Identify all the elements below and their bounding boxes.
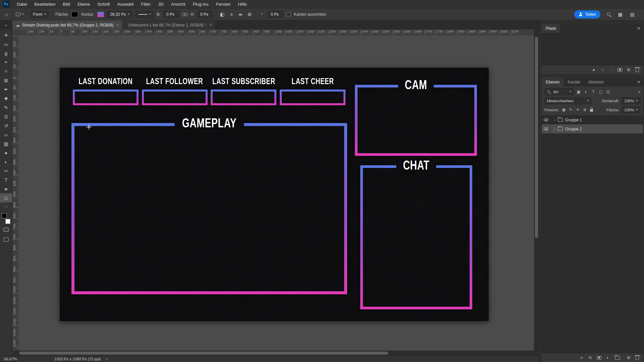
path-selection-tool[interactable]: ➤ xyxy=(0,184,12,193)
brush-tool[interactable]: ✎ xyxy=(0,103,12,112)
horizontal-scrollbar[interactable] xyxy=(12,351,539,355)
eyedropper-tool[interactable]: ✒ xyxy=(0,85,12,94)
panel-tab[interactable]: Aktionen xyxy=(584,77,608,86)
eraser-tool[interactable]: ▱ xyxy=(0,130,12,139)
home-icon[interactable]: ⌂ xyxy=(3,12,9,17)
vertical-scrollbar-thumb[interactable] xyxy=(535,37,538,238)
new-adjustment-layer-icon[interactable]: ◐ xyxy=(605,356,610,360)
panel-menu-icon[interactable]: ≡ xyxy=(634,77,643,86)
fill-opacity-select[interactable]: 100% ▾ xyxy=(622,106,640,113)
panel-menu-icon[interactable]: ≡ xyxy=(634,24,643,33)
collapse-toolbar-icon[interactable]: » xyxy=(0,20,12,29)
gradient-tool[interactable]: ▧ xyxy=(0,139,12,148)
panels-icon[interactable]: ▤ xyxy=(629,12,635,17)
close-icon[interactable]: × xyxy=(116,22,119,27)
layer-name[interactable]: Gruppe 2 xyxy=(565,127,582,131)
opacity-select[interactable]: 100% ▾ xyxy=(622,97,640,104)
filter-adjustment-layers-icon[interactable]: ◐ xyxy=(584,89,588,94)
screen-mode-icon[interactable] xyxy=(0,235,12,244)
add-mask-icon[interactable] xyxy=(618,68,622,72)
layer-filter-select[interactable]: Art ▾ xyxy=(544,88,574,95)
lock-position-icon[interactable]: ✛ xyxy=(576,108,580,112)
visibility-eye-icon[interactable] xyxy=(544,127,548,130)
link-width-height-icon[interactable] xyxy=(182,13,187,16)
new-path-icon[interactable]: ⊞ xyxy=(626,68,631,72)
document-tab[interactable]: ☁ Stream Overlay.psdc bei 66,7% (Gruppe … xyxy=(12,20,123,29)
new-group-icon[interactable] xyxy=(614,356,622,360)
healing-brush-tool[interactable]: ✚ xyxy=(0,94,12,103)
expand-chevron-icon[interactable]: › xyxy=(552,118,557,122)
menu-item[interactable]: Auswahl xyxy=(113,0,137,8)
stroke-width-field[interactable]: 26,32 Px ▾ xyxy=(107,11,132,18)
delete-layer-icon[interactable] xyxy=(635,355,640,360)
dodge-tool[interactable]: ◐ xyxy=(0,157,12,166)
shape-height-field[interactable]: 0 Px xyxy=(198,11,213,18)
filter-smart-objects-icon[interactable]: ⊡ xyxy=(606,89,610,94)
edit-toolbar-icon[interactable]: ⋯ xyxy=(0,202,12,210)
layer-effects-icon[interactable]: fx xyxy=(588,356,593,360)
path-arrangement-icon[interactable]: ⇹ xyxy=(237,12,244,17)
stroke-path-icon[interactable]: ○ xyxy=(600,68,605,72)
menu-item[interactable]: Ansicht xyxy=(167,0,189,8)
pen-tool[interactable]: ✑ xyxy=(0,166,12,175)
share-button[interactable]: Teilen xyxy=(574,10,600,18)
filter-toggle-icon[interactable]: ● xyxy=(638,90,640,94)
frame-tool[interactable]: ⊠ xyxy=(0,76,12,85)
workspace-icon[interactable]: ▦ xyxy=(617,12,623,17)
path-operations-icon[interactable]: ◧ xyxy=(219,12,225,17)
lock-image-pixels-icon[interactable]: ✎ xyxy=(569,108,573,112)
blur-tool[interactable]: ● xyxy=(0,148,12,157)
fill-color-swatch[interactable] xyxy=(71,12,78,17)
filter-shape-layers-icon[interactable]: ▢ xyxy=(598,89,603,94)
panel-tab[interactable]: Ebenen xyxy=(542,77,564,86)
align-edges-checkbox[interactable] xyxy=(286,12,291,16)
lock-artboard-icon[interactable]: ⊞ xyxy=(583,108,587,112)
color-swatches[interactable] xyxy=(1,213,11,224)
panel-tab[interactable]: Kanäle xyxy=(564,77,584,86)
move-tool[interactable]: ✛ xyxy=(0,31,12,40)
tool-preset-button[interactable]: ▾ xyxy=(16,13,24,16)
canvas-viewport[interactable]: LAST DONATION LAST FOLLOWER xyxy=(18,35,534,351)
lock-all-icon[interactable] xyxy=(589,108,594,112)
object-selection-tool[interactable]: ⌖ xyxy=(0,58,12,67)
rectangle-tool[interactable]: □ xyxy=(0,193,12,202)
delete-path-icon[interactable] xyxy=(635,67,640,72)
background-color-swatch[interactable] xyxy=(5,219,10,224)
link-layers-icon[interactable]: ∞ xyxy=(579,356,584,360)
add-layer-mask-icon[interactable] xyxy=(597,356,601,360)
menu-item[interactable]: Schrift xyxy=(94,0,114,8)
horizontal-scrollbar-thumb[interactable] xyxy=(19,352,388,355)
menu-item[interactable]: Bild xyxy=(59,0,74,8)
menu-item[interactable]: Filter xyxy=(138,0,155,8)
path-alignment-icon[interactable]: ≡ xyxy=(228,12,234,17)
canvas-document[interactable]: LAST DONATION LAST FOLLOWER xyxy=(60,68,489,321)
layer-name[interactable]: Gruppe 1 xyxy=(565,118,582,122)
status-chevron-icon[interactable]: › xyxy=(106,356,108,361)
filter-pixel-layers-icon[interactable]: ▣ xyxy=(576,89,581,94)
foreground-color-swatch[interactable] xyxy=(2,213,7,218)
menu-item[interactable]: Fenster xyxy=(212,0,234,8)
menu-item[interactable]: Plug-ins xyxy=(189,0,212,8)
close-icon[interactable]: × xyxy=(209,22,212,27)
photoshop-logo[interactable]: Ps xyxy=(3,1,10,8)
zoom-level[interactable]: 66,67% xyxy=(4,357,24,361)
visibility-eye-icon[interactable] xyxy=(544,118,548,121)
search-icon[interactable] xyxy=(606,12,611,17)
menu-item[interactable]: Datei xyxy=(13,0,31,8)
layer-row[interactable]: › Gruppe 1 xyxy=(542,115,643,124)
tool-mode-select[interactable]: Form ▾ xyxy=(30,11,49,18)
menu-item[interactable]: Bearbeiten xyxy=(31,0,59,8)
document-tab[interactable]: Unbenannt-1 bei 66,7% (Ebene 1, RGB/8) *… xyxy=(123,20,216,29)
layer-row[interactable]: › Gruppe 2 xyxy=(542,124,643,133)
expand-chevron-icon[interactable]: › xyxy=(552,127,557,131)
blend-mode-select[interactable]: Hindurchwirken ▾ xyxy=(544,97,591,104)
clone-stamp-tool[interactable]: Ω xyxy=(0,112,12,121)
shape-settings-gear-icon[interactable]: ⚙ xyxy=(247,12,253,17)
corner-radius-field[interactable]: 0 Px xyxy=(268,11,283,18)
type-tool[interactable]: T xyxy=(0,175,12,184)
menu-item[interactable]: Ebene xyxy=(74,0,94,8)
load-path-selection-icon[interactable]: ◌ xyxy=(609,68,613,72)
stroke-style-select[interactable]: ▾ xyxy=(136,11,154,18)
shape-width-field[interactable]: 0 Px xyxy=(164,11,179,18)
rectangular-marquee-tool[interactable]: ▭ xyxy=(0,40,12,49)
